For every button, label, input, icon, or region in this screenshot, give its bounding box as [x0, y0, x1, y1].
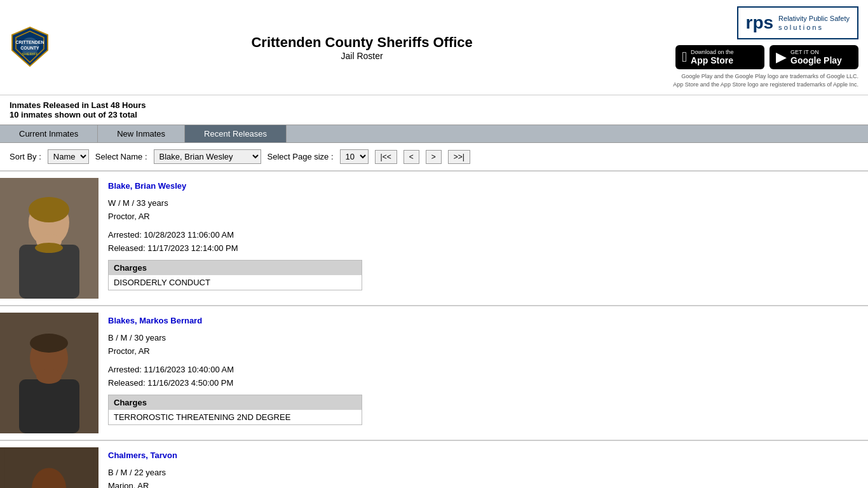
charges-header-0: Charges [109, 261, 362, 275]
rps-logo: rps Relativity Public Safety s o l u t i… [737, 6, 858, 39]
apple-icon:  [682, 49, 687, 65]
google-badge-text: GET IT ON Google Play [790, 49, 842, 65]
charges-item-0-0: DISORDERLY CONDUCT [109, 275, 362, 290]
apple-badge-text: Download on the App Store [691, 49, 734, 65]
table-row: Blake, Brian Wesley W / M / 33 years Pro… [0, 170, 868, 305]
inmate-details-2: Chalmers, Tarvon B / M / 22 years Marion… [98, 447, 868, 488]
page-size-label: Select Page size : [268, 152, 334, 161]
inmates-count-label: 10 inmates shown out of 23 total [10, 110, 858, 119]
select-name-label: Select Name : [95, 152, 147, 161]
inmate-name-0[interactable]: Blake, Brian Wesley [108, 181, 858, 191]
rps-letters: rps [746, 13, 774, 33]
inmate-details-1: Blakes, Markos Bernard B / M / 30 years … [98, 313, 868, 433]
svg-text:SHERIFF: SHERIFF [22, 52, 38, 56]
inmate-dates-0: Arrested: 10/28/2023 11:06:00 AM Release… [108, 229, 858, 255]
inmate-photo-1 [0, 313, 98, 433]
charges-box-1: Charges TERROROSTIC THREATENING 2ND DEGR… [108, 395, 362, 425]
charges-item-1-0: TERROROSTIC THREATENING 2ND DEGREE [109, 410, 362, 424]
header-title-block: Crittenden County Sheriffs Office Jail R… [51, 34, 673, 61]
nav-next-button[interactable]: > [426, 150, 442, 164]
svg-rect-14 [19, 379, 79, 433]
inmate-photo-2 [0, 447, 98, 488]
svg-point-10 [29, 197, 69, 222]
page-size-select[interactable]: 10 25 50 [340, 149, 369, 164]
table-row: Chalmers, Tarvon B / M / 22 years Marion… [0, 440, 868, 488]
tab-bar: Current Inmates New Inmates Recent Relea… [0, 125, 868, 143]
header-right-panel: rps Relativity Public Safety s o l u t i… [673, 6, 858, 88]
info-bar: Inmates Released in Last 48 Hours 10 inm… [0, 95, 868, 125]
svg-point-15 [36, 369, 62, 384]
sheriff-shield-logo: CRITTENDEN COUNTY SHERIFF [10, 26, 51, 69]
app-badges-container:  Download on the App Store ▶ GET IT ON … [675, 45, 858, 69]
charges-header-1: Charges [109, 395, 362, 410]
inmate-name-1[interactable]: Blakes, Markos Bernard [108, 316, 858, 325]
svg-text:CRITTENDEN: CRITTENDEN [15, 40, 44, 44]
trademark-text: Google Play and the Google Play logo are… [673, 72, 858, 88]
inmate-info-1: B / M / 30 years Proctor, AR [108, 332, 858, 358]
svg-point-16 [30, 334, 68, 353]
tab-new-inmates[interactable]: New Inmates [98, 125, 185, 142]
google-play-icon: ▶ [776, 49, 787, 65]
google-play-badge[interactable]: ▶ GET IT ON Google Play [770, 45, 858, 69]
tab-current-inmates[interactable]: Current Inmates [0, 125, 98, 142]
svg-text:COUNTY: COUNTY [20, 46, 39, 50]
page-subtitle: Jail Roster [51, 51, 673, 61]
tab-recent-releases[interactable]: Recent Releases [185, 125, 287, 142]
inmate-info-0: W / M / 33 years Proctor, AR [108, 197, 858, 224]
controls-bar: Sort By : Name Select Name : Blake, Bria… [0, 143, 868, 170]
inmate-details-0: Blake, Brian Wesley W / M / 33 years Pro… [98, 178, 868, 299]
inmates-released-label: Inmates Released in Last 48 Hours [10, 100, 858, 110]
charges-box-0: Charges DISORDERLY CONDUCT [108, 260, 362, 290]
svg-point-11 [35, 243, 63, 253]
inmate-info-2: B / M / 22 years Marion, AR [108, 466, 858, 488]
name-select[interactable]: Blake, Brian Wesley Blakes, Markos Berna… [154, 149, 261, 164]
apple-app-store-badge[interactable]:  Download on the App Store [675, 45, 764, 69]
office-title: Crittenden County Sheriffs Office [51, 34, 673, 51]
sort-by-select[interactable]: Name [48, 149, 89, 164]
nav-last-button[interactable]: >>| [448, 150, 470, 164]
page-header: CRITTENDEN COUNTY SHERIFF Crittenden Cou… [0, 0, 868, 95]
inmate-name-2[interactable]: Chalmers, Tarvon [108, 451, 858, 460]
inmate-list: Blake, Brian Wesley W / M / 33 years Pro… [0, 170, 868, 488]
nav-first-button[interactable]: |<< [375, 150, 397, 164]
inmate-dates-1: Arrested: 11/16/2023 10:40:00 AM Release… [108, 363, 858, 390]
rps-description: Relativity Public Safety s o l u t i o n… [778, 14, 850, 32]
nav-prev-button[interactable]: < [403, 150, 419, 164]
sort-by-label: Sort By : [10, 152, 41, 161]
table-row: Blakes, Markos Bernard B / M / 30 years … [0, 305, 868, 440]
inmate-photo-0 [0, 178, 98, 299]
